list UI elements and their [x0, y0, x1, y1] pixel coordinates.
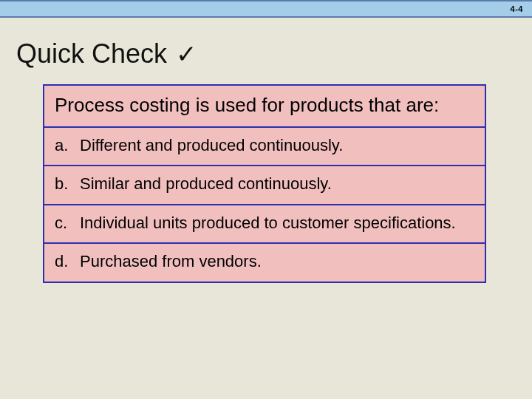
header-bar: 4-4 — [0, 0, 532, 18]
title-area: Quick Check ✓ — [0, 18, 532, 69]
option-letter: c. — [55, 213, 80, 234]
option-text: Individual units produced to customer sp… — [80, 213, 456, 234]
option-row: b. Similar and produced continuously. — [44, 166, 485, 205]
option-row: a. Different and produced continuously. — [44, 128, 485, 167]
question-box: Process costing is used for products tha… — [43, 84, 486, 283]
page-title: Quick Check ✓ — [16, 38, 532, 69]
question-row: Process costing is used for products tha… — [44, 86, 485, 128]
checkmark-icon: ✓ — [176, 40, 197, 68]
option-letter: d. — [55, 251, 80, 273]
option-text: Different and produced continuously. — [80, 135, 343, 157]
question-text: Process costing is used for products tha… — [55, 93, 476, 117]
option-row: d. Purchased from vendors. — [44, 244, 485, 282]
option-row: c. Individual units produced to customer… — [44, 205, 485, 245]
slide-number: 4-4 — [511, 4, 523, 13]
option-text: Similar and produced continuously. — [80, 174, 332, 195]
option-text: Purchased from vendors. — [80, 251, 262, 273]
option-letter: b. — [55, 174, 80, 195]
title-text: Quick Check — [16, 38, 167, 69]
option-letter: a. — [55, 135, 80, 157]
